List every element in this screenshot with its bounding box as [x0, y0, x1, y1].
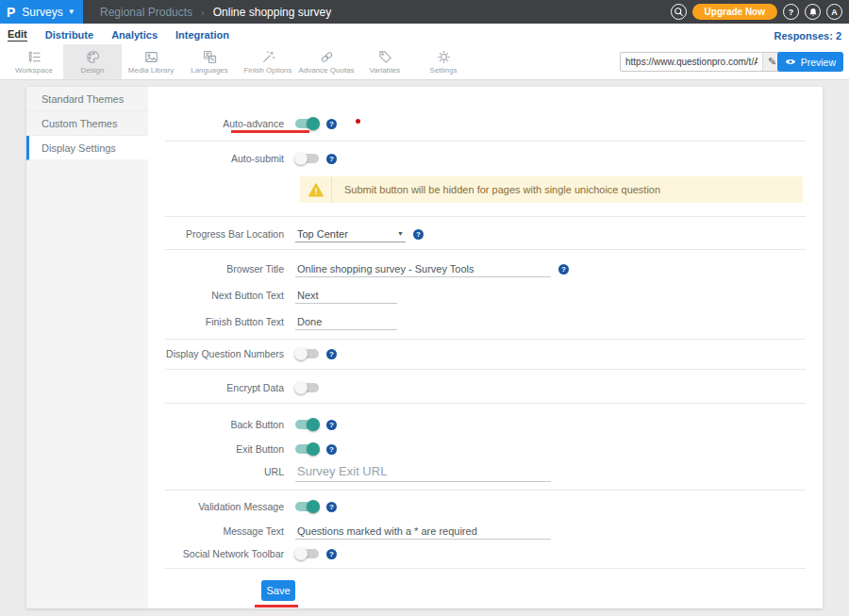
- design-settings-card: Standard Themes Custom Themes Display Se…: [26, 87, 823, 608]
- back-button-help-icon[interactable]: ?: [326, 420, 337, 430]
- auto-advance-label: Auto-advance: [165, 118, 284, 129]
- progress-bar-location-row: Progress Bar Location Top Center ▼ ?: [165, 221, 806, 247]
- submit-hidden-warning: Submit button will be hidden for pages w…: [300, 176, 803, 203]
- display-question-numbers-row: Display Question Numbers ?: [165, 341, 806, 367]
- breadcrumb-separator-icon: ›: [201, 7, 205, 18]
- browser-title-input[interactable]: [295, 260, 551, 277]
- auto-advance-toggle[interactable]: [295, 119, 319, 128]
- next-button-text-input[interactable]: [295, 287, 397, 304]
- social-network-toolbar-toggle[interactable]: [295, 549, 319, 558]
- auto-advance-help-icon[interactable]: ?: [326, 119, 337, 129]
- browser-title-row: Browser Title ?: [165, 256, 806, 282]
- toolbar-item-advance-quotas[interactable]: Advance Quotas: [297, 44, 356, 79]
- back-button-toggle[interactable]: [295, 420, 319, 429]
- progress-bar-location-value: Top Center: [297, 228, 348, 240]
- toolbar-item-finish-options[interactable]: Finish Options: [239, 44, 297, 79]
- sidebar-item-standard-themes[interactable]: Standard Themes: [26, 87, 148, 111]
- display-settings-form: Auto-advance ? Auto-submit ?: [148, 87, 823, 608]
- product-label: Surveys: [22, 6, 62, 19]
- toolbar-item-settings[interactable]: Settings: [414, 44, 473, 79]
- auto-submit-toggle[interactable]: [295, 154, 319, 163]
- toolbar-item-design[interactable]: Design: [63, 44, 122, 79]
- warning-triangle-icon: [308, 183, 324, 197]
- toolbar-item-workspace[interactable]: Workspace: [5, 44, 63, 79]
- chevron-down-icon: ▼: [397, 230, 404, 237]
- next-button-text-label: Next Button Text: [165, 290, 284, 301]
- save-button[interactable]: Save: [261, 580, 295, 601]
- top-bar: P Surveys ▼ Regional Products › Online s…: [0, 0, 849, 24]
- toolbar-item-label: Workspace: [15, 66, 53, 75]
- survey-url-input[interactable]: [621, 57, 762, 67]
- toolbar-item-label: Finish Options: [243, 66, 291, 75]
- image-icon: [144, 50, 158, 64]
- tab-analytics[interactable]: Analytics: [111, 29, 158, 42]
- translate-icon: A: [203, 50, 217, 64]
- chain-links-icon: [320, 50, 334, 64]
- toolbar-item-languages[interactable]: A Languages: [180, 44, 239, 79]
- help-button[interactable]: ?: [783, 4, 799, 20]
- browser-title-label: Browser Title: [165, 263, 284, 275]
- survey-nav: Edit Distribute Analytics Integration Re…: [0, 24, 849, 44]
- responses-count[interactable]: Responses: 2: [774, 30, 841, 42]
- finish-button-text-input[interactable]: [295, 313, 397, 330]
- upgrade-now-button[interactable]: Upgrade Now: [692, 4, 777, 20]
- social-network-toolbar-help-icon[interactable]: ?: [326, 549, 337, 559]
- search-button[interactable]: [671, 4, 687, 20]
- surveys-menu[interactable]: P Surveys ▼: [0, 0, 83, 24]
- auto-submit-help-icon[interactable]: ?: [326, 154, 337, 164]
- exit-button-help-icon[interactable]: ?: [326, 444, 337, 455]
- annotation-red-dot: [356, 119, 360, 124]
- exit-button-toggle[interactable]: [295, 444, 319, 454]
- validation-message-label: Validation Message: [165, 501, 284, 512]
- display-question-numbers-toggle[interactable]: [295, 349, 319, 358]
- auto-submit-label: Auto-submit: [165, 153, 284, 164]
- workspace-icon: [27, 50, 42, 64]
- validation-message-help-icon[interactable]: ?: [326, 502, 337, 512]
- social-network-toolbar-label: Social Network Toolbar: [165, 548, 284, 559]
- message-text-label: Message Text: [165, 525, 284, 537]
- preview-label: Preview: [801, 57, 836, 68]
- auto-submit-row: Auto-submit ?: [165, 145, 806, 172]
- exit-button-row: Exit Button ?: [165, 438, 806, 460]
- notifications-button[interactable]: [805, 4, 821, 20]
- tab-distribute[interactable]: Distribute: [45, 29, 93, 42]
- exit-url-row: URL: [165, 460, 806, 483]
- display-question-numbers-help-icon[interactable]: ?: [326, 349, 337, 359]
- toolbar-item-variables[interactable]: Variables: [356, 44, 414, 79]
- magic-wand-icon: [261, 50, 275, 64]
- progress-bar-location-label: Progress Bar Location: [165, 228, 284, 240]
- tab-integration[interactable]: Integration: [175, 29, 229, 42]
- progress-bar-help-icon[interactable]: ?: [413, 229, 424, 240]
- exit-url-input[interactable]: [295, 461, 551, 482]
- annotation-underline-save: [255, 605, 298, 608]
- annotation-underline-auto-advance: [231, 130, 309, 133]
- encrypt-data-label: Encrypt Data: [165, 382, 284, 393]
- progress-bar-location-select[interactable]: Top Center ▼: [295, 225, 406, 242]
- preview-button[interactable]: Preview: [777, 52, 843, 72]
- top-actions: Upgrade Now ? A: [671, 4, 849, 20]
- back-button-label: Back Button: [165, 419, 284, 430]
- gear-icon: [437, 50, 451, 64]
- encrypt-data-toggle[interactable]: [295, 383, 319, 392]
- validation-message-toggle[interactable]: [295, 502, 319, 511]
- design-toolbar: Workspace Design Media Library A Languag…: [0, 44, 849, 80]
- finish-button-text-row: Finish Button Text: [165, 308, 806, 335]
- breadcrumb-parent[interactable]: Regional Products: [100, 6, 192, 19]
- themes-sidebar: Standard Themes Custom Themes Display Se…: [26, 87, 148, 608]
- toolbar-item-media-library[interactable]: Media Library: [122, 44, 180, 79]
- toolbar-item-label: Media Library: [128, 66, 174, 75]
- tab-edit[interactable]: Edit: [8, 28, 27, 42]
- app-window: P Surveys ▼ Regional Products › Online s…: [0, 0, 849, 616]
- bell-icon: [808, 8, 818, 17]
- chevron-down-icon: ▼: [68, 8, 75, 16]
- eye-icon: [785, 58, 796, 66]
- avatar[interactable]: A: [826, 4, 842, 20]
- sidebar-item-custom-themes[interactable]: Custom Themes: [26, 111, 148, 136]
- toolbar-item-label: Languages: [191, 66, 228, 75]
- warning-icon-box: [300, 176, 332, 203]
- message-text-input[interactable]: [295, 523, 551, 540]
- toolbar-item-label: Settings: [430, 66, 458, 75]
- browser-title-help-icon[interactable]: ?: [558, 264, 569, 275]
- breadcrumb-current: Online shopping survey: [213, 6, 331, 19]
- sidebar-item-display-settings[interactable]: Display Settings: [26, 136, 148, 160]
